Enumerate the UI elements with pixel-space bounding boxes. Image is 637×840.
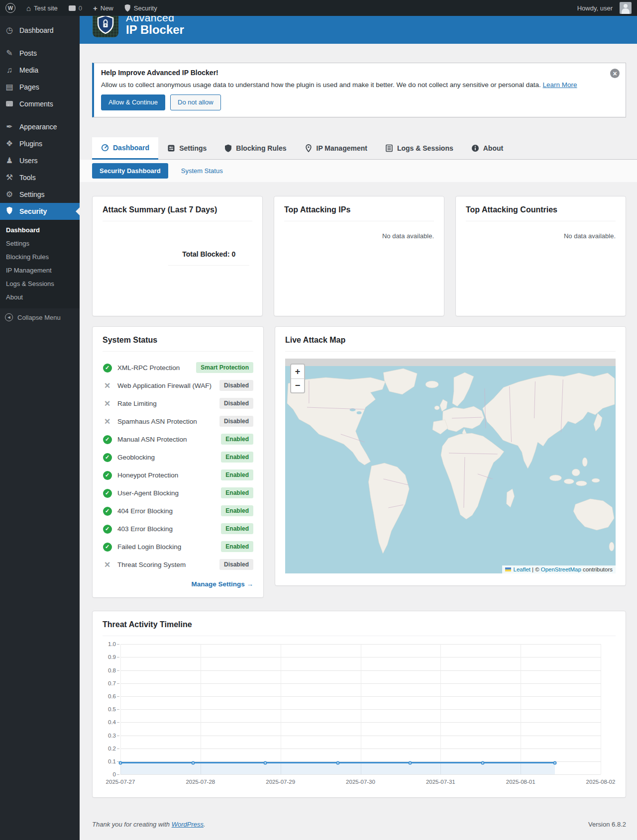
chart-v-gridline [120, 644, 121, 774]
chart-y-tick-label: 0.5 [108, 706, 116, 712]
sidebar-item-plugins[interactable]: ❖ Plugins [0, 135, 80, 152]
brush-icon: ✒ [4, 123, 15, 131]
check-circle-icon: ✓ [103, 524, 112, 534]
chart-v-gridline [601, 644, 601, 774]
admin-bar: ⌂ Test site 0 + New Security Howdy, user [0, 0, 637, 16]
chart-point-marker [409, 761, 412, 765]
tab-label: Settings [179, 144, 207, 152]
wordpress-link[interactable]: WordPress [172, 821, 204, 828]
sidebar-item-posts[interactable]: ✎ Posts [0, 45, 80, 62]
site-name: Test site [34, 4, 58, 12]
sidebar-item-security[interactable]: Security [0, 203, 80, 220]
status-label: XML-RPC Protection [117, 364, 191, 372]
chart-y-tick-label: 0.3 [108, 733, 116, 739]
sidebar-item-dashboard[interactable]: ◷ Dashboard [0, 22, 80, 39]
check-circle-icon: ✓ [103, 542, 112, 552]
usage-data-notice: Help Improve Advanced IP Blocker! Allow … [92, 63, 626, 117]
pushpin-icon: ✎ [4, 49, 15, 57]
threat-activity-timeline-card: Threat Activity Timeline 1.00.90.80.70.6… [92, 611, 626, 798]
map-zoom-out-button[interactable]: − [291, 378, 304, 392]
pages-icon: ▤ [4, 83, 15, 91]
tab-dashboard[interactable]: Dashboard [92, 137, 158, 160]
sliders-icon [167, 144, 175, 152]
top-attacking-ips-card: Top Attacking IPs No data available. [274, 196, 444, 316]
sidebar-item-pages[interactable]: ▤ Pages [0, 79, 80, 95]
notice-title: Help Improve Advanced IP Blocker! [101, 69, 604, 77]
sidebar-item-appearance[interactable]: ✒ Appearance [0, 118, 80, 135]
submenu-item-about[interactable]: About [0, 290, 80, 304]
no-data-text: No data available. [466, 232, 616, 240]
chart-y-tick-label: 0.2 [108, 746, 116, 751]
sidebar-item-label: Users [19, 157, 38, 165]
new-content-menu[interactable]: + New [88, 0, 119, 16]
site-name-link[interactable]: ⌂ Test site [21, 0, 63, 16]
tab-logs-sessions[interactable]: Logs & Sessions [376, 137, 462, 159]
submenu-item-dashboard[interactable]: Dashboard [0, 223, 80, 237]
tab-settings[interactable]: Settings [158, 137, 215, 159]
status-label: Manual ASN Protection [117, 436, 215, 443]
chart-y-tick-label: 0.4 [108, 719, 116, 725]
chart-v-gridline [201, 644, 201, 774]
status-badge: Disabled [219, 380, 253, 391]
user-icon: ♟ [4, 157, 15, 165]
status-label: 404 Error Blocking [117, 507, 215, 515]
chart-x-tick-label: 2025-07-27 [106, 779, 135, 785]
do-not-allow-button[interactable]: Do not allow [170, 94, 221, 110]
sidebar-item-label: Media [19, 66, 38, 74]
submenu-item-logs-sessions[interactable]: Logs & Sessions [0, 277, 80, 290]
security-label: Security [134, 4, 157, 12]
submenu-item-ip-management[interactable]: IP Management [0, 264, 80, 277]
status-badge: Enabled [221, 469, 253, 480]
footer-thanks: Thank you for creating with WordPress. [92, 821, 206, 828]
tab-label: IP Management [317, 144, 367, 152]
map-zoom-in-button[interactable]: + [291, 365, 304, 378]
notice-body: Allow us to collect anonymous usage data… [101, 81, 543, 89]
account-menu[interactable]: Howdy, user [572, 0, 637, 16]
x-icon: × [103, 399, 112, 408]
comment-bubble-icon [69, 5, 76, 11]
submenu-item-blocking-rules[interactable]: Blocking Rules [0, 250, 80, 264]
learn-more-link[interactable]: Learn More [543, 81, 577, 89]
tab-label: Dashboard [113, 144, 149, 152]
check-circle-icon: ✓ [103, 452, 112, 462]
wordpress-menu[interactable] [0, 0, 21, 16]
chart-v-gridline [361, 644, 361, 774]
status-badge: Enabled [221, 541, 253, 552]
sidebar-item-comments[interactable]: Comments [0, 95, 80, 112]
subtab-security-dashboard[interactable]: Security Dashboard [92, 163, 168, 179]
threat-timeline-title: Threat Activity Timeline [103, 620, 616, 636]
submenu-item-settings[interactable]: Settings [0, 237, 80, 250]
tab-ip-management[interactable]: IP Management [296, 137, 376, 159]
chart-x-tick-label: 2025-07-28 [186, 779, 215, 785]
sidebar-item-tools[interactable]: ⚒ Tools [0, 169, 80, 186]
status-row: ✓ Honeypot Protection Enabled [103, 466, 253, 484]
manage-settings-link[interactable]: Manage Settings → [191, 580, 253, 588]
chart-v-gridline [281, 644, 281, 774]
tab-blocking-rules[interactable]: Blocking Rules [215, 137, 295, 159]
sidebar-item-users[interactable]: ♟ Users [0, 152, 80, 169]
status-badge: Smart Protection [196, 362, 253, 373]
collapse-menu-button[interactable]: ◄ Collapse Menu [0, 309, 80, 325]
attribution-separator: | © [532, 566, 539, 572]
openstreetmap-link[interactable]: OpenStreetMap [541, 566, 581, 572]
allow-continue-button[interactable]: Allow & Continue [101, 94, 165, 110]
chart-point-marker [481, 761, 484, 765]
world-map[interactable]: + − Leaflet | © OpenStreetMap contributo… [285, 359, 616, 573]
map-attribution: Leaflet | © OpenStreetMap contributors [502, 565, 616, 573]
sidebar-item-media[interactable]: ♫ Media [0, 62, 80, 79]
dismiss-notice-icon[interactable]: × [610, 69, 620, 78]
comments-link[interactable]: 0 [63, 0, 88, 16]
status-label: Web Application Firewall (WAF) [117, 382, 214, 389]
subtab-system-status[interactable]: System Status [181, 167, 223, 175]
plugin-tab-bar: Dashboard Settings Blocking Rules [92, 137, 637, 160]
list-icon [385, 144, 393, 152]
tab-about[interactable]: About [462, 137, 512, 159]
security-adminbar-link[interactable]: Security [119, 0, 163, 16]
total-blocked-stat: Total Blocked: 0 [168, 250, 249, 266]
x-icon: × [103, 417, 112, 426]
sidebar-item-settings[interactable]: ⚙ Settings [0, 186, 80, 203]
footer-version: Version 6.8.2 [588, 821, 626, 828]
leaflet-link[interactable]: Leaflet [514, 566, 531, 572]
map-zoom-control: + − [290, 364, 305, 393]
status-label: User-Agent Blocking [117, 489, 215, 497]
